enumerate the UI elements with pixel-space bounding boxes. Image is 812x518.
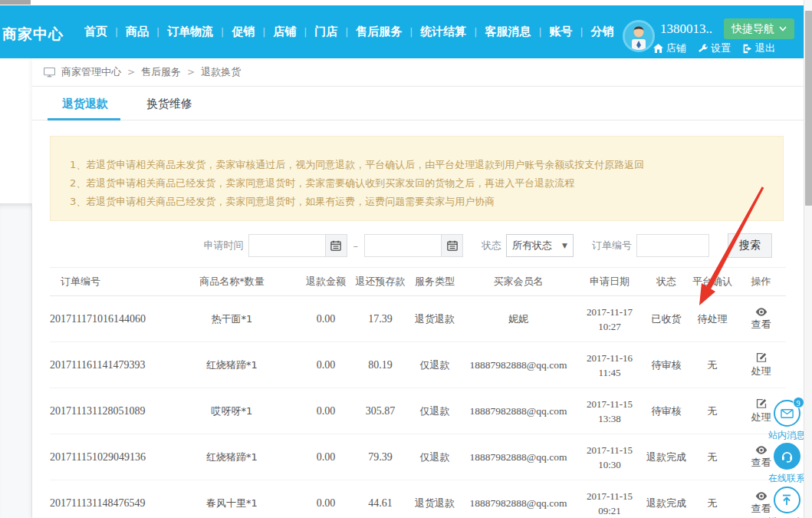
nav-item-account[interactable]: 账号 bbox=[549, 25, 572, 39]
nav-item-promotion[interactable]: 促销 bbox=[232, 25, 255, 39]
nav-item-service-message[interactable]: 客服消息 bbox=[485, 25, 531, 39]
nav-separator: | bbox=[409, 27, 413, 38]
settings-link-label: 设置 bbox=[711, 41, 731, 55]
cell-status: 待审核 bbox=[644, 342, 689, 388]
nav-item-home[interactable]: 首页 bbox=[84, 25, 107, 39]
handle-button[interactable]: 处理 bbox=[751, 352, 771, 378]
scrollbar-thumb[interactable] bbox=[805, 11, 812, 206]
status-select[interactable]: 所有状态 ▼ bbox=[506, 234, 574, 257]
cell-platform-confirm: 无 bbox=[689, 388, 736, 434]
col-apply-date: 申请日期 bbox=[575, 268, 644, 296]
cell-buyer: 18887982888@qq.com bbox=[462, 388, 575, 434]
mail-icon: 9 bbox=[774, 400, 800, 427]
col-status: 状态 bbox=[644, 268, 689, 296]
nav-item-order-logistics[interactable]: 订单物流 bbox=[167, 25, 213, 39]
calendar-icon[interactable] bbox=[441, 234, 463, 257]
app-header: 商家中心 首页 | 商品 | 订单物流 | 促销 | 店铺 | 门店 | 售后服… bbox=[0, 5, 804, 58]
active-tab-underline bbox=[48, 118, 120, 120]
refund-table: 订单编号 商品名称*数量 退款金额 退还预存款 服务类型 买家会员名 申请日期 … bbox=[50, 267, 786, 518]
cell-buyer: 妮妮 bbox=[462, 296, 575, 342]
view-label: 查看 bbox=[751, 318, 771, 332]
col-order-id: 订单编号 bbox=[50, 268, 165, 296]
tab-return-refund[interactable]: 退货退款 bbox=[50, 87, 120, 120]
calendar-icon[interactable] bbox=[325, 234, 347, 257]
site-messages-widget[interactable]: 9 站内消息 bbox=[767, 400, 807, 442]
nav-item-after-sale[interactable]: 售后服务 bbox=[356, 25, 402, 39]
filter-bar: 申请时间 – bbox=[204, 234, 773, 257]
nav-separator: | bbox=[262, 27, 265, 38]
chevron-down-icon bbox=[779, 26, 787, 31]
cell-prepaid-refund: 44.61 bbox=[353, 480, 408, 518]
cell-buyer: 18887982888@qq.com bbox=[462, 434, 575, 480]
main-nav: 首页 | 商品 | 订单物流 | 促销 | 店铺 | 门店 | 售后服务 | 统… bbox=[84, 5, 613, 58]
logout-icon bbox=[742, 44, 752, 54]
cell-service-type: 仅退款 bbox=[408, 388, 462, 434]
cell-status: 已收货 bbox=[644, 296, 689, 342]
breadcrumb-item-root[interactable]: 商家管理中心 bbox=[61, 65, 121, 79]
cell-status: 退款完成 bbox=[644, 434, 689, 480]
notice-box: 1、若退货申请相关商品未发货，卖家审核通过后，视为同意退款，平台确认后，由平台处… bbox=[50, 136, 784, 221]
view-button[interactable]: 查看 bbox=[751, 308, 771, 332]
cell-order-id: 201711131148476549 bbox=[50, 480, 165, 518]
tab-exchange-repair[interactable]: 换货维修 bbox=[144, 87, 195, 120]
cell-product: 红烧猪蹄*1 bbox=[165, 434, 299, 480]
scrollbar-track[interactable] bbox=[804, 0, 812, 518]
cell-service-type: 仅退款 bbox=[408, 434, 462, 480]
nav-separator: | bbox=[345, 27, 348, 38]
cell-status: 待审核 bbox=[644, 388, 689, 434]
cell-platform-confirm: 无 bbox=[689, 480, 736, 518]
monitor-icon bbox=[44, 68, 55, 78]
tab-bar: 退货退款 换货维修 bbox=[32, 87, 804, 120]
status-select-value: 所有状态 bbox=[512, 239, 552, 252]
online-contact-widget[interactable]: 在线联系 bbox=[767, 443, 807, 485]
cell-product: 春风十里*1 bbox=[165, 480, 299, 518]
avatar[interactable] bbox=[623, 20, 655, 52]
settings-link[interactable]: 设置 bbox=[698, 41, 731, 55]
cell-refund-amount: 0.00 bbox=[299, 480, 353, 518]
date-to-input[interactable] bbox=[364, 234, 441, 257]
back-to-top-widget[interactable]: 返回顶部 bbox=[767, 487, 807, 518]
left-rail bbox=[0, 203, 32, 518]
order-no-input[interactable] bbox=[636, 234, 709, 257]
select-caret-icon: ▼ bbox=[562, 242, 567, 249]
cell-service-type: 退货退款 bbox=[408, 296, 462, 342]
edit-icon bbox=[756, 352, 767, 363]
nav-item-distribution[interactable]: 分销 bbox=[590, 25, 613, 39]
cell-service-type: 仅退款 bbox=[408, 342, 462, 388]
eye-icon bbox=[755, 492, 768, 500]
main-panel: 退货退款 换货维修 1、若退货申请相关商品未发货，卖家审核通过后，视为同意退款，… bbox=[32, 87, 804, 518]
logout-link[interactable]: 退出 bbox=[742, 41, 775, 55]
cell-prepaid-refund: 305.87 bbox=[353, 388, 408, 434]
cell-prepaid-refund: 17.39 bbox=[353, 296, 408, 342]
cell-prepaid-refund: 79.39 bbox=[353, 434, 408, 480]
nav-separator: | bbox=[538, 27, 541, 38]
logo: 商家中心 bbox=[2, 25, 64, 45]
cell-buyer: 18887982888@qq.com bbox=[462, 342, 575, 388]
col-platform-confirm: 平台确认 bbox=[689, 268, 736, 296]
nav-item-statistics[interactable]: 统计结算 bbox=[420, 25, 466, 39]
col-operation: 操作 bbox=[736, 268, 786, 296]
quick-nav-button[interactable]: 快捷导航 bbox=[724, 18, 794, 39]
cell-refund-amount: 0.00 bbox=[299, 296, 353, 342]
cell-refund-amount: 0.00 bbox=[299, 342, 353, 388]
table-row: 201711131148476549 春风十里*1 0.00 44.61 退货退… bbox=[50, 480, 786, 518]
date-from-input[interactable] bbox=[248, 234, 325, 257]
breadcrumb-separator: > bbox=[187, 67, 195, 78]
nav-item-store[interactable]: 门店 bbox=[314, 25, 337, 39]
cell-order-id: 201711171016144060 bbox=[50, 296, 165, 342]
col-product: 商品名称*数量 bbox=[165, 268, 299, 296]
cell-refund-amount: 0.00 bbox=[299, 388, 353, 434]
nav-item-goods[interactable]: 商品 bbox=[126, 25, 149, 39]
search-button[interactable]: 搜索 bbox=[728, 233, 772, 258]
nav-separator: | bbox=[221, 27, 224, 38]
breadcrumb-item-after-sale[interactable]: 售后服务 bbox=[141, 65, 181, 79]
home-icon bbox=[653, 44, 663, 53]
handle-label: 处理 bbox=[751, 365, 771, 378]
logout-link-label: 退出 bbox=[755, 41, 775, 55]
cell-product: 热干面*1 bbox=[165, 296, 299, 342]
table-header-row: 订单编号 商品名称*数量 退款金额 退还预存款 服务类型 买家会员名 申请日期 … bbox=[50, 268, 786, 296]
shop-link[interactable]: 店铺 bbox=[653, 41, 686, 55]
cell-apply-date: 2017-11-16 11:45 bbox=[575, 342, 644, 388]
account-phone[interactable]: 1380013.. bbox=[660, 21, 712, 37]
nav-item-shop[interactable]: 店铺 bbox=[273, 25, 296, 39]
